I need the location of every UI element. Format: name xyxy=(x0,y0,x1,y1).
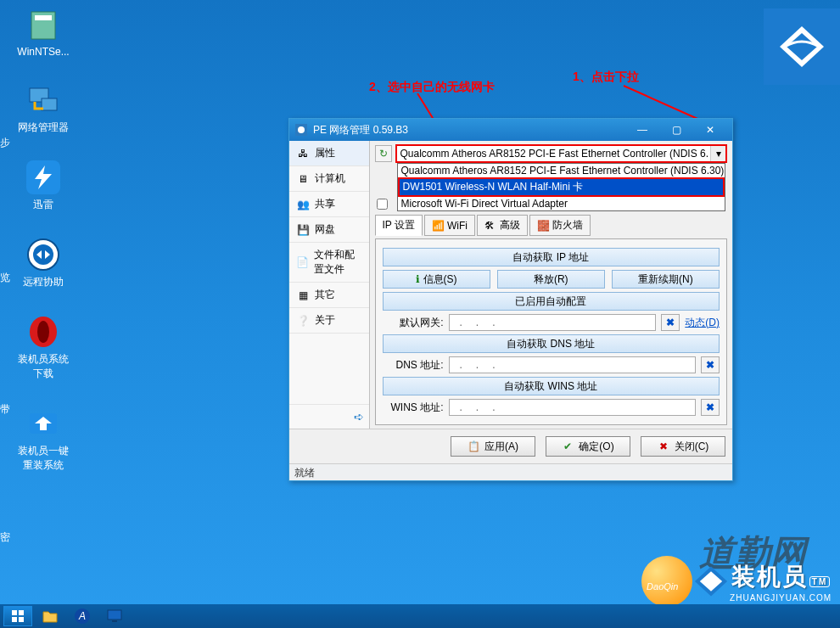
release-button[interactable]: 释放(R) xyxy=(497,270,605,289)
desktop-icon-column: WinNTSe... 网络管理器 迅雷 远程协助 装机员系统 下载 装机员一键 … xyxy=(14,8,73,473)
tab-wifi[interactable]: 📶WiFi xyxy=(424,215,475,236)
sidebar-item-share[interactable]: 👥共享 xyxy=(289,192,369,217)
btn-label: 重新续期(N) xyxy=(638,272,693,287)
nic-enable-checkbox[interactable] xyxy=(377,199,388,210)
taskbar-monitor[interactable] xyxy=(100,606,129,626)
svg-rect-19 xyxy=(19,617,24,622)
ok-button[interactable]: ✔确定(O) xyxy=(546,436,630,457)
close-button[interactable]: ✕ xyxy=(693,121,727,139)
desktop-icon-sysdl[interactable]: 装机员系统 下载 xyxy=(14,315,73,381)
sidebar-item-properties[interactable]: 🖧属性 xyxy=(289,141,369,166)
btn-label: 释放(R) xyxy=(534,272,568,287)
taskbar-tool-a[interactable]: A xyxy=(68,606,97,626)
sidebar-item-about[interactable]: ❔关于 xyxy=(289,308,369,334)
check-icon: ✔ xyxy=(562,440,574,452)
nic-option[interactable]: Microsoft Wi-Fi Direct Virtual Adapter xyxy=(398,197,725,210)
tab-label: IP 设置 xyxy=(383,218,415,233)
files-icon: 📄 xyxy=(296,255,309,269)
taskbar: A xyxy=(0,604,840,628)
icon-label: 装机员一键 重装系统 xyxy=(18,444,69,473)
sidebar-item-computer[interactable]: 🖥计算机 xyxy=(289,166,369,192)
sidebar-item-files[interactable]: 📄文件和配置文件 xyxy=(289,243,369,283)
desktop-icon-netmgr[interactable]: 网络管理器 xyxy=(14,83,73,135)
sidebar-item-other[interactable]: ▦其它 xyxy=(289,283,369,308)
btn-label: 确定(O) xyxy=(579,440,613,454)
brand-logo xyxy=(764,8,840,85)
chevron-down-icon[interactable]: ▾ xyxy=(710,146,725,161)
desktop-icon-remote[interactable]: 远程协助 xyxy=(14,238,73,289)
sidebar: 🖧属性 🖥计算机 👥共享 💾网盘 📄文件和配置文件 ▦其它 ❔关于 ➪ xyxy=(289,141,370,429)
auto-config-button[interactable]: 已启用自动配置 xyxy=(383,292,720,311)
close-button-action[interactable]: ✖关闭(C) xyxy=(641,436,725,457)
opera-icon xyxy=(26,315,60,349)
icon-label: 装机员系统 下载 xyxy=(18,352,69,381)
sidebar-item-label: 共享 xyxy=(315,197,335,211)
auto-wins-button[interactable]: 自动获取 WINS 地址 xyxy=(383,377,720,395)
properties-icon: 🖧 xyxy=(296,147,310,160)
xunlei-icon xyxy=(26,160,60,194)
desktop-icon-xunlei[interactable]: 迅雷 xyxy=(14,160,73,212)
status-text: 就绪 xyxy=(294,467,315,479)
tab-firewall[interactable]: 🧱防火墙 xyxy=(529,215,591,236)
gateway-input[interactable]: ... xyxy=(449,314,657,331)
taskbar-explorer[interactable] xyxy=(36,606,64,626)
nic-select[interactable]: Qualcomm Atheros AR8152 PCI-E Fast Ether… xyxy=(395,144,727,163)
desktop-icon-winntsetup[interactable]: WinNTSe... xyxy=(14,8,73,58)
tab-advanced[interactable]: 🛠高级 xyxy=(477,215,528,236)
nic-option-selected[interactable]: DW1501 Wireless-N WLAN Half-Mini 卡 xyxy=(398,177,725,197)
svg-text:A: A xyxy=(78,610,86,622)
svg-rect-22 xyxy=(108,610,121,620)
app-title-icon xyxy=(294,123,308,137)
dns-clear-button[interactable]: ✖ xyxy=(701,356,720,373)
gateway-clear-button[interactable]: ✖ xyxy=(661,314,680,331)
wins-clear-button[interactable]: ✖ xyxy=(701,399,720,416)
edge-label: 步 xyxy=(0,136,10,150)
titlebar[interactable]: PE 网络管理 0.59.B3 — ▢ ✕ xyxy=(289,119,732,141)
reinstall-icon xyxy=(26,407,60,440)
svg-rect-3 xyxy=(42,98,57,110)
edge-label: 密 xyxy=(0,530,10,545)
daoqin-ball-icon xyxy=(641,556,692,607)
action-bar: 📋应用(A) ✔确定(O) ✖关闭(C) xyxy=(289,429,732,463)
zjy-logo-icon xyxy=(692,563,730,600)
start-button[interactable] xyxy=(3,606,32,626)
sidebar-item-netdisk[interactable]: 💾网盘 xyxy=(289,217,369,243)
btn-label: 关闭(C) xyxy=(675,440,709,454)
refresh-nic-button[interactable]: ↻ xyxy=(375,145,392,162)
desktop: WinNTSe... 网络管理器 迅雷 远程协助 装机员系统 下载 装机员一键 … xyxy=(0,0,840,628)
btn-label: 应用(A) xyxy=(484,440,518,454)
dynamic-link[interactable]: 动态(D) xyxy=(685,316,720,330)
tab-label: WiFi xyxy=(447,220,468,232)
nic-option[interactable]: Qualcomm Atheros AR8152 PCI-E Fast Ether… xyxy=(398,164,725,177)
auto-dns-button[interactable]: 自动获取 DNS 地址 xyxy=(383,334,720,353)
gateway-label: 默认网关: xyxy=(383,316,444,330)
svg-point-6 xyxy=(33,244,53,265)
desktop-icon-reinstall[interactable]: 装机员一键 重装系统 xyxy=(14,407,73,473)
maximize-button[interactable]: ▢ xyxy=(659,121,693,139)
svg-rect-17 xyxy=(19,610,24,615)
sidebar-item-label: 属性 xyxy=(315,146,335,160)
info-button[interactable]: ℹ信息(S) xyxy=(383,270,490,289)
apply-icon: 📋 xyxy=(468,440,479,452)
dns-label: DNS 地址: xyxy=(383,358,444,373)
sidebar-item-label: 网盘 xyxy=(315,222,335,237)
nic-dropdown: Qualcomm Atheros AR8152 PCI-E Fast Ether… xyxy=(397,163,725,211)
icon-label: 网络管理器 xyxy=(18,121,69,135)
icon-label: 迅雷 xyxy=(33,198,53,212)
sidebar-item-label: 其它 xyxy=(315,288,335,302)
other-icon: ▦ xyxy=(296,289,310,302)
app-icon xyxy=(26,8,60,42)
computer-icon: 🖥 xyxy=(296,172,310,186)
tab-ip[interactable]: IP 设置 xyxy=(375,215,423,236)
renew-button[interactable]: 重新续期(N) xyxy=(612,270,720,289)
statusbar: 就绪 xyxy=(289,463,732,480)
minimize-button[interactable]: — xyxy=(625,121,659,139)
sidebar-collapse-arrow[interactable]: ➪ xyxy=(289,404,369,429)
edge-label: 览 xyxy=(0,271,10,285)
dns-input[interactable]: ... xyxy=(449,356,696,373)
apply-button[interactable]: 📋应用(A) xyxy=(451,436,535,457)
window-title: PE 网络管理 0.59.B3 xyxy=(313,123,408,137)
wins-input[interactable]: ... xyxy=(449,399,696,416)
auto-ip-button[interactable]: 自动获取 IP 地址 xyxy=(383,248,720,266)
watermark-en: ZHUANGJIYUAN.COM xyxy=(730,593,832,603)
